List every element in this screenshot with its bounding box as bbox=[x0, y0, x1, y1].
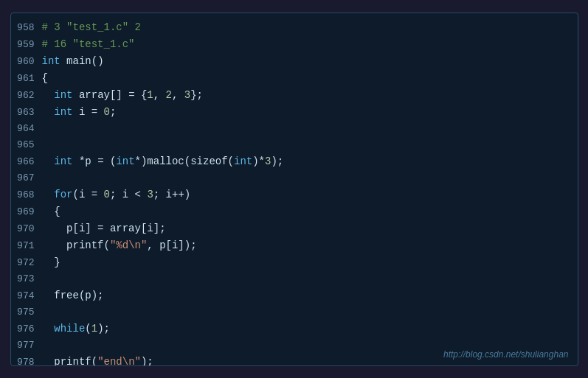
line-number: 962 bbox=[11, 88, 42, 104]
code-line: 958 # 3 "test_1.c" 2 bbox=[11, 19, 578, 36]
line-number: 961 bbox=[11, 71, 42, 87]
line-number: 963 bbox=[11, 105, 42, 121]
line-content: int i = 0; bbox=[42, 104, 117, 120]
line-number: 976 bbox=[11, 321, 42, 337]
line-content: int array[] = {1, 2, 3}; bbox=[42, 87, 204, 103]
code-line: 968 for(i = 0; i < 3; i++) bbox=[11, 186, 578, 203]
code-line: 973 bbox=[11, 271, 578, 287]
code-line: 974 free(p); bbox=[11, 287, 578, 304]
line-number: 973 bbox=[11, 271, 42, 287]
line-number: 968 bbox=[11, 187, 42, 203]
code-line: 965 bbox=[11, 137, 578, 153]
line-number: 966 bbox=[11, 154, 42, 170]
line-number: 960 bbox=[11, 54, 42, 70]
code-line: 963 int i = 0; bbox=[11, 104, 578, 121]
code-line: 972 } bbox=[11, 254, 578, 271]
code-line: 969 { bbox=[11, 203, 578, 220]
line-content: for(i = 0; i < 3; i++) bbox=[42, 186, 191, 203]
code-line: 970 p[i] = array[i]; bbox=[11, 220, 578, 237]
code-line: 960 int main() bbox=[11, 53, 578, 70]
line-content: # 16 "test_1.c" bbox=[42, 36, 135, 52]
line-content: { bbox=[42, 70, 48, 86]
line-number: 971 bbox=[11, 238, 42, 254]
line-number: 969 bbox=[11, 204, 42, 220]
editor-window: 958 # 3 "test_1.c" 2 959 # 16 "test_1.c"… bbox=[10, 13, 578, 366]
line-content: { bbox=[42, 203, 60, 220]
line-number: 970 bbox=[11, 221, 42, 237]
line-number: 959 bbox=[11, 37, 42, 53]
code-line: 964 bbox=[11, 121, 578, 137]
line-content: p[i] = array[i]; bbox=[42, 220, 166, 237]
line-number: 972 bbox=[11, 255, 42, 271]
line-number: 965 bbox=[11, 137, 42, 153]
line-content: printf("%d\n", p[i]); bbox=[42, 237, 197, 253]
line-number: 977 bbox=[11, 337, 42, 354]
code-line: 959 # 16 "test_1.c" bbox=[11, 36, 578, 53]
code-line: 966 int *p = (int*)malloc(sizeof(int)*3)… bbox=[11, 153, 578, 170]
line-content: int main() bbox=[42, 53, 104, 69]
line-number: 958 bbox=[11, 20, 42, 36]
line-number: 974 bbox=[11, 288, 42, 304]
line-content: } bbox=[42, 254, 60, 270]
code-line: 975 bbox=[11, 304, 578, 321]
line-number: 975 bbox=[11, 304, 42, 321]
code-line: 967 bbox=[11, 170, 578, 186]
line-number: 978 bbox=[11, 354, 42, 365]
code-container: 958 # 3 "test_1.c" 2 959 # 16 "test_1.c"… bbox=[11, 13, 578, 365]
line-content: # 3 "test_1.c" 2 bbox=[42, 19, 141, 35]
code-line: 961 { bbox=[11, 70, 578, 87]
line-content: free(p); bbox=[42, 287, 104, 304]
line-content: int *p = (int*)malloc(sizeof(int)*3); bbox=[42, 153, 284, 169]
line-content: printf("end\n"); bbox=[42, 354, 153, 365]
line-content: while(1); bbox=[42, 321, 110, 337]
code-line: 971 printf("%d\n", p[i]); bbox=[11, 237, 578, 254]
watermark-text: http://blog.csdn.net/shulianghan bbox=[443, 349, 568, 360]
code-line: 962 int array[] = {1, 2, 3}; bbox=[11, 87, 578, 104]
code-line: 976 while(1); bbox=[11, 321, 578, 337]
line-number: 964 bbox=[11, 121, 42, 137]
line-number: 967 bbox=[11, 170, 42, 186]
